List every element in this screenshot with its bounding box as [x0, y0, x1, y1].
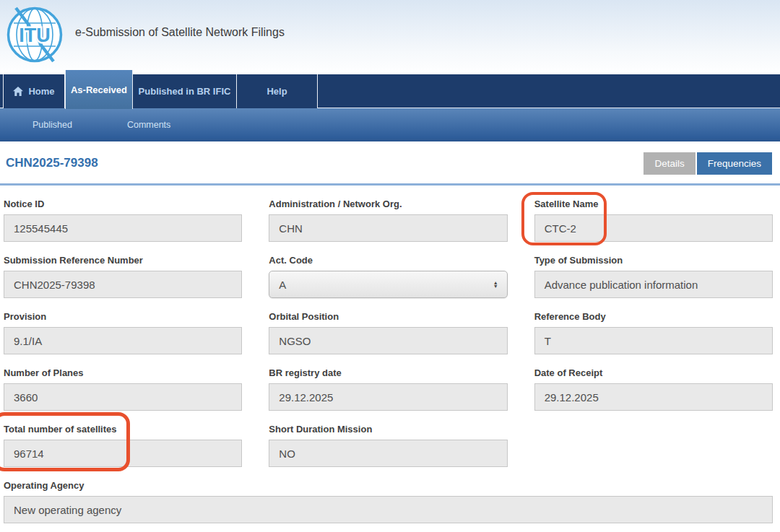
type-of-submission-input: Advance publication information — [534, 271, 773, 298]
field-value: 96714 — [14, 448, 44, 460]
field-value: 9.1/IA — [14, 335, 42, 347]
tab-label: As-Received — [71, 84, 127, 95]
tab-label: Published in BR IFIC — [139, 86, 231, 97]
page-header: CHN2025-79398 Details Frequencies — [0, 141, 780, 186]
tab-help[interactable]: Help — [237, 74, 318, 108]
tab-published-in-br-ific[interactable]: Published in BR IFIC — [133, 74, 237, 108]
tab-label: Home — [28, 86, 54, 97]
notice-id-field: Notice ID 125545445 — [4, 199, 242, 242]
page-title: CHN2025-79398 — [6, 156, 98, 183]
satellite-name-field: Satellite Name CTC-2 — [534, 199, 773, 242]
field-label: Number of Planes — [4, 367, 242, 378]
reference-body-input: T — [534, 327, 773, 354]
short-duration-mission-input: NO — [269, 440, 507, 467]
page-root: ITU e-Submission of Satellite Network Fi… — [0, 0, 780, 532]
content-area: CHN2025-79398 Details Frequencies Notice… — [0, 141, 780, 523]
details-button[interactable]: Details — [644, 152, 695, 175]
provision-input: 9.1/IA — [4, 327, 242, 354]
operating-agency-field: Operating Agency New operating agency — [4, 480, 773, 523]
tab-label: Help — [266, 86, 287, 97]
field-label: Notice ID — [4, 199, 242, 209]
itu-logo: ITU — [6, 6, 64, 64]
field-label: Short Duration Mission — [269, 424, 507, 435]
field-label: BR registry date — [269, 367, 507, 378]
subnav-item-published[interactable]: Published — [32, 120, 72, 130]
app-title: e-Submission of Satellite Network Filing… — [75, 26, 285, 39]
notice-id-input: 125545445 — [4, 214, 242, 242]
operating-agency-input: New operating agency — [4, 496, 773, 523]
total-satellites-input: 96714 — [4, 440, 242, 467]
administration-field: Administration / Network Org. CHN — [269, 199, 507, 242]
view-switch-buttons: Details Frequencies — [644, 152, 772, 175]
field-label: Orbital Position — [269, 311, 507, 322]
number-of-planes-field: Number of Planes 3660 — [4, 367, 242, 411]
administration-input: CHN — [269, 214, 507, 242]
field-value: CTC-2 — [545, 222, 576, 235]
notice-form: Notice ID 125545445 Administration / Net… — [0, 186, 780, 523]
reference-body-field: Reference Body T — [534, 311, 773, 354]
home-icon — [13, 87, 23, 96]
field-value: CHN — [279, 222, 303, 235]
sub-nav: Published Comments — [0, 108, 780, 141]
field-label: Administration / Network Org. — [269, 199, 507, 209]
act-code-select[interactable]: A ▲▼ — [269, 271, 507, 298]
total-satellites-field: Total number of satellites 96714 — [4, 424, 242, 467]
field-value: Advance publication information — [545, 279, 698, 291]
provision-field: Provision 9.1/IA — [4, 311, 242, 354]
field-value: 125545445 — [14, 222, 68, 235]
br-registry-date-input: 29.12.2025 — [269, 383, 507, 411]
field-label: Submission Reference Number — [4, 255, 242, 266]
field-label: Type of Submission — [534, 255, 773, 266]
submission-reference-input: CHN2025-79398 — [4, 271, 242, 298]
submission-reference-field: Submission Reference Number CHN2025-7939… — [4, 255, 242, 298]
field-label: Total number of satellites — [4, 424, 242, 435]
field-label: Provision — [4, 311, 242, 322]
tab-home[interactable]: Home — [3, 74, 65, 108]
field-value: 29.12.2025 — [279, 391, 333, 404]
field-value: A — [279, 279, 286, 291]
field-value: NO — [279, 448, 295, 460]
frequencies-button[interactable]: Frequencies — [697, 152, 772, 175]
field-label: Act. Code — [269, 255, 507, 266]
br-registry-date-field: BR registry date 29.12.2025 — [269, 367, 507, 411]
orbital-position-field: Orbital Position NGSO — [269, 311, 507, 354]
field-value: CHN2025-79398 — [14, 279, 95, 291]
svg-text:ITU: ITU — [19, 25, 51, 46]
field-label: Operating Agency — [4, 480, 773, 491]
number-of-planes-input: 3660 — [4, 383, 242, 411]
field-value: 29.12.2025 — [545, 391, 599, 404]
field-label: Satellite Name — [534, 199, 773, 209]
short-duration-mission-field: Short Duration Mission NO — [269, 424, 507, 467]
date-of-receipt-input: 29.12.2025 — [534, 383, 773, 411]
main-nav: Home As-Received Published in BR IFIC He… — [0, 74, 780, 108]
field-value: T — [545, 335, 551, 347]
satellite-name-input: CTC-2 — [534, 214, 773, 242]
field-label: Reference Body — [534, 311, 773, 322]
select-stepper-icon: ▲▼ — [493, 281, 498, 289]
empty-grid-cell — [534, 424, 773, 467]
date-of-receipt-field: Date of Receipt 29.12.2025 — [534, 367, 773, 411]
header-banner: ITU e-Submission of Satellite Network Fi… — [0, 0, 780, 74]
tab-as-received[interactable]: As-Received — [65, 70, 133, 109]
orbital-position-input: NGSO — [269, 327, 507, 354]
field-value: NGSO — [279, 335, 311, 347]
act-code-field: Act. Code A ▲▼ — [269, 255, 507, 298]
field-value: New operating agency — [14, 504, 121, 516]
type-of-submission-field: Type of Submission Advance publication i… — [534, 255, 773, 298]
subnav-item-comments[interactable]: Comments — [127, 120, 170, 130]
field-label: Date of Receipt — [534, 367, 773, 378]
field-value: 3660 — [14, 391, 38, 404]
